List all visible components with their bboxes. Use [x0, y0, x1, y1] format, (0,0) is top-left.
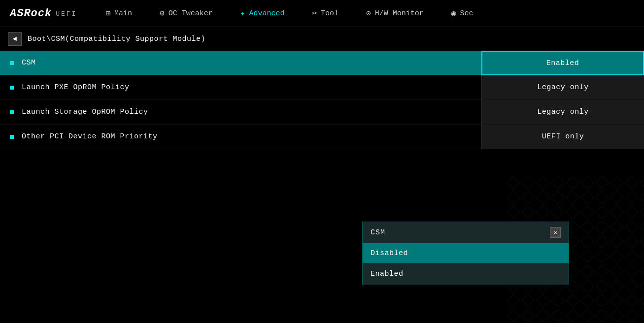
main-nav: ⊞ Main ⚙ OC Tweaker ✦ Advanced ✂ Tool ⊙ … — [92, 5, 634, 21]
header: ASRock UEFI ⊞ Main ⚙ OC Tweaker ✦ Advanc… — [0, 0, 644, 27]
value-other-pci[interactable]: UEFI only — [481, 125, 644, 149]
modal-title: CSM — [371, 228, 385, 237]
breadcrumb-bar: ◄ Boot\CSM(Compatibility Support Module) — [0, 27, 644, 51]
modal-header: CSM ✕ — [363, 222, 569, 243]
nav-oc-tweaker[interactable]: ⚙ OC Tweaker — [146, 5, 227, 21]
setting-label-other-pci: Other PCI Device ROM Priority — [22, 132, 158, 141]
tool-icon: ✂ — [312, 8, 317, 18]
nav-tool[interactable]: ✂ Tool — [298, 5, 352, 21]
setting-row-other-pci[interactable]: Other PCI Device ROM Priority — [0, 125, 481, 149]
modal-option-disabled[interactable]: Disabled — [363, 243, 569, 264]
logo: ASRock UEFI — [10, 7, 77, 20]
indicator-csm — [10, 61, 14, 65]
hw-monitor-icon: ⊙ — [366, 8, 371, 18]
nav-advanced-label: Advanced — [249, 9, 284, 18]
back-button[interactable]: ◄ — [8, 32, 22, 46]
indicator-other-pci — [10, 135, 14, 139]
nav-main-label: Main — [114, 9, 132, 18]
nav-tool-label: Tool — [321, 9, 339, 18]
setting-row-launch-storage[interactable]: Launch Storage OpROM Policy — [0, 100, 481, 125]
brand-name: ASRock — [10, 7, 52, 20]
nav-advanced[interactable]: ✦ Advanced — [227, 5, 299, 21]
setting-label-launch-pxe: Launch PXE OpROM Policy — [22, 83, 130, 92]
nav-oc-tweaker-label: OC Tweaker — [169, 9, 213, 18]
security-icon: ◉ — [451, 8, 456, 18]
indicator-launch-storage — [10, 110, 14, 114]
setting-row-launch-pxe[interactable]: Launch PXE OpROM Policy — [0, 75, 481, 100]
value-launch-pxe[interactable]: Legacy only — [481, 75, 644, 100]
setting-label-csm: CSM — [22, 59, 36, 67]
oc-tweaker-icon: ⚙ — [160, 8, 165, 18]
indicator-launch-pxe — [10, 86, 14, 90]
value-launch-storage[interactable]: Legacy only — [481, 100, 644, 125]
nav-hw-monitor-label: H/W Monitor — [375, 9, 424, 18]
advanced-icon: ✦ — [240, 8, 245, 18]
setting-row-csm[interactable]: CSM — [0, 51, 481, 75]
modal-option-enabled[interactable]: Enabled — [363, 264, 569, 285]
uefi-label: UEFI — [56, 10, 77, 18]
breadcrumb: Boot\CSM(Compatibility Support Module) — [28, 35, 205, 43]
nav-security[interactable]: ◉ Sec — [438, 5, 487, 21]
settings-content: CSM Launch PXE OpROM Policy Launch Stora… — [0, 51, 644, 149]
settings-list: CSM Launch PXE OpROM Policy Launch Stora… — [0, 51, 481, 149]
values-panel: Enabled Legacy only Legacy only UEFI onl… — [481, 51, 644, 149]
setting-label-launch-storage: Launch Storage OpROM Policy — [22, 108, 148, 116]
nav-hw-monitor[interactable]: ⊙ H/W Monitor — [352, 5, 438, 21]
modal-close-button[interactable]: ✕ — [550, 227, 561, 238]
main-icon: ⊞ — [105, 8, 110, 18]
csm-modal: CSM ✕ Disabled Enabled — [362, 222, 569, 285]
nav-main[interactable]: ⊞ Main — [92, 5, 146, 21]
nav-security-label: Sec — [460, 9, 473, 18]
value-csm[interactable]: Enabled — [481, 51, 644, 75]
